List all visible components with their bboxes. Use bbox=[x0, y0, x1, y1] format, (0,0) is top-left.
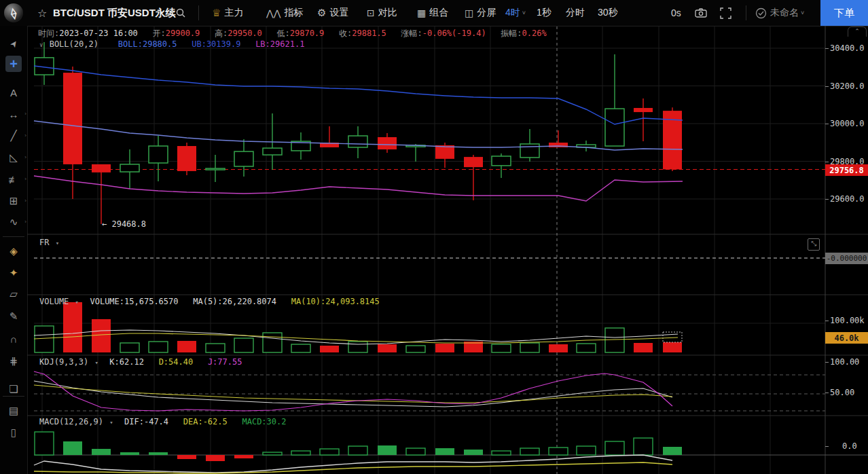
price-axis-tick: 30200.0 bbox=[830, 81, 865, 91]
chevron-down-icon: ˅ bbox=[801, 10, 804, 16]
box-tool[interactable]: ⊞› bbox=[5, 193, 22, 209]
boll-indicator-bar[interactable]: ∨ BOLL(20,2) BOLL:29880.5 UB:30139.9 LB:… bbox=[38, 39, 304, 49]
fullscreen-icon bbox=[720, 7, 731, 19]
chart-collapse-tab[interactable]: ⌃ bbox=[848, 26, 867, 37]
price-axis-tick: 30400.0 bbox=[830, 43, 865, 53]
current-volume-tag: 46.0k bbox=[825, 332, 868, 344]
place-order-button[interactable]: 下单 bbox=[820, 0, 868, 26]
favorite-star-button[interactable]: ☆ bbox=[37, 0, 47, 26]
chevron-down-icon: ▾ bbox=[56, 240, 59, 247]
kdj-axis-tick: 50.00 bbox=[830, 388, 854, 397]
lock-tool[interactable]: ∩ bbox=[5, 331, 22, 347]
trading-app-window: ⟠ ☆ BTC/USDT 币安USDT永续 ♕ 主力 ⋀⋀ 指标 ⚙ 设置 ⊡ bbox=[0, 0, 868, 474]
star-icon: ☆ bbox=[37, 7, 47, 20]
workspace-menu[interactable]: 未命名 ˅ bbox=[755, 0, 804, 26]
bookmark-tool[interactable]: ❏ bbox=[5, 381, 22, 397]
wave-tool[interactable]: ∿› bbox=[5, 214, 22, 230]
search-icon bbox=[175, 7, 186, 18]
axis-tick-mark bbox=[825, 393, 829, 393]
camera-icon bbox=[695, 7, 707, 18]
axis-tick-mark bbox=[825, 199, 829, 200]
text-tool[interactable]: A bbox=[5, 84, 22, 101]
menu-indicators[interactable]: ⋀⋀ 指标 bbox=[266, 0, 303, 26]
axis-tick-mark bbox=[825, 321, 829, 321]
expand-arrow-icon[interactable]: › bbox=[24, 219, 26, 225]
volume-axis-tick: 100.00k bbox=[830, 316, 865, 325]
axis-tick-mark bbox=[825, 446, 829, 447]
sidebar-divider bbox=[3, 236, 24, 237]
aicoin-logo[interactable]: ⟠ bbox=[4, 3, 23, 22]
axis-tick-mark bbox=[825, 362, 829, 363]
candle-pattern-tool[interactable]: ⋕ bbox=[5, 353, 22, 369]
menu-settings[interactable]: ⚙ 设置 bbox=[317, 0, 348, 26]
fr-maximize-icon[interactable]: ⤡ bbox=[808, 238, 820, 251]
fr-pane-header[interactable]: FR ▾ bbox=[39, 238, 60, 247]
parallel-channel-tool[interactable]: ≢› bbox=[5, 171, 22, 187]
axis-tick-mark bbox=[825, 86, 829, 87]
drawing-toolbar: ➤+A↔›╱›◺›≢›⊞›∿›◈✦▱✎∩⋕❏▤▯ bbox=[0, 26, 28, 474]
bar-countdown: 0s bbox=[671, 0, 681, 26]
cloud-check-icon bbox=[755, 7, 767, 19]
macd-pane-header[interactable]: MACD(12,26,9) ▾ DIF:-47.4 DEA:-62.5 MACD… bbox=[39, 417, 287, 426]
fullscreen-button[interactable] bbox=[720, 0, 731, 26]
expand-arrow-icon[interactable]: › bbox=[24, 176, 26, 182]
toolbar-divider bbox=[198, 5, 199, 20]
axis-tick-mark bbox=[825, 124, 829, 124]
menu-split-screen[interactable]: ◫ 分屏 bbox=[465, 0, 496, 26]
expand-arrow-icon[interactable]: › bbox=[24, 132, 26, 139]
gear-icon: ⚙ bbox=[317, 7, 326, 19]
segment-tool[interactable]: ↔› bbox=[5, 106, 22, 122]
indicator-chart-icon: ⋀⋀ bbox=[266, 8, 281, 18]
kdj-axis-tick: 100.00 bbox=[830, 357, 859, 367]
sidebar-divider bbox=[3, 396, 24, 397]
timeframe-4h[interactable]: 4时 ˅ bbox=[505, 0, 526, 26]
trendline-tool[interactable]: ╱› bbox=[5, 128, 22, 144]
grid-icon: ▦ bbox=[417, 7, 426, 18]
macd-dea bbox=[34, 462, 672, 473]
low-price-annotation: ← 29468.8 bbox=[102, 219, 146, 229]
kdj-pane-header[interactable]: KDJ(9,3,3) ▾ K:62.12 D:54.40 J:77.55 bbox=[39, 357, 242, 367]
split-screen-icon: ◫ bbox=[465, 7, 473, 18]
axis-tick-mark bbox=[825, 162, 829, 162]
boll-lower bbox=[34, 176, 683, 201]
brush-tool[interactable]: ✎ bbox=[5, 308, 22, 325]
chevron-down-icon: ▾ bbox=[94, 359, 98, 366]
chart-canvas[interactable]: ← 29468.8 bbox=[27, 26, 868, 474]
ruler-tool[interactable]: ▱ bbox=[5, 286, 22, 302]
compare-icon: ⊡ bbox=[367, 7, 375, 18]
menu-compare[interactable]: ⊡ 对比 bbox=[367, 0, 397, 26]
collapse-chevron-icon[interactable]: ∨ bbox=[39, 41, 43, 48]
last-price-tag: 29756.8 bbox=[825, 164, 868, 176]
expand-arrow-icon[interactable]: › bbox=[24, 198, 26, 204]
crosshair-tool[interactable]: + bbox=[5, 56, 22, 72]
shape-tool[interactable]: ◺› bbox=[5, 149, 22, 166]
price-axis-tick: 30000.0 bbox=[830, 119, 865, 128]
gold-measure-tool[interactable]: ◈ bbox=[5, 243, 22, 259]
price-axis-tick: 29600.0 bbox=[830, 194, 865, 204]
menu-layout-group[interactable]: ▦ 组合 bbox=[417, 0, 448, 26]
axis-tick-mark bbox=[825, 48, 829, 49]
chevron-down-icon: ▾ bbox=[109, 419, 113, 426]
pointer-tool[interactable]: ➤ bbox=[5, 35, 22, 52]
timeframe-30s[interactable]: 30秒 bbox=[598, 0, 618, 26]
order-note-tool[interactable]: ▤ bbox=[5, 403, 22, 419]
crown-icon: ♕ bbox=[212, 7, 221, 19]
chevron-down-icon: ˅ bbox=[522, 10, 526, 16]
timeframe-timeline[interactable]: 分时 bbox=[566, 0, 585, 26]
expand-arrow-icon[interactable]: › bbox=[24, 111, 26, 117]
expand-arrow-icon[interactable]: › bbox=[24, 154, 26, 160]
fr-value-tag: -0.000000 bbox=[825, 253, 868, 264]
gold-fib-tool[interactable]: ✦ bbox=[5, 265, 22, 281]
trash-tool[interactable]: ▯ bbox=[5, 424, 22, 441]
ohlc-info-bar: 时间:2023-07-23 16:00 开:29900.9 高:29950.0 … bbox=[38, 28, 547, 39]
search-button[interactable] bbox=[175, 0, 186, 26]
screenshot-button[interactable] bbox=[695, 0, 707, 26]
menu-main-force[interactable]: ♕ 主力 bbox=[212, 0, 243, 26]
chevron-down-icon: ▾ bbox=[75, 299, 79, 306]
macd-axis-tick: 0.0 bbox=[842, 441, 857, 451]
toolbar-divider bbox=[746, 5, 746, 20]
volume-pane-header[interactable]: VOLUME ▾ VOLUME:15,675.6570 MA(5):26,220… bbox=[39, 297, 380, 306]
boll-upper bbox=[34, 66, 683, 124]
timeframe-1s[interactable]: 1秒 bbox=[537, 0, 551, 26]
symbol-title[interactable]: BTC/USDT 币安USDT永续 bbox=[53, 0, 176, 26]
